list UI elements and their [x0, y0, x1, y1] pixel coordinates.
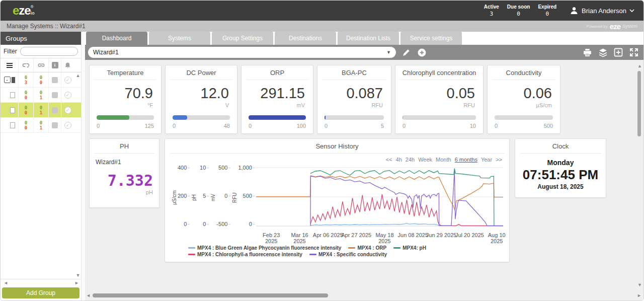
powered-by: Powered by eze System — [587, 22, 637, 31]
status-square[interactable] — [52, 77, 58, 83]
tab-dashboard[interactable]: Dashboard — [86, 32, 147, 45]
ack-cell: ✓ — [61, 103, 74, 117]
y-tick: 0 — [203, 221, 209, 227]
legend-item-mpx4-orp[interactable]: MPX4 : ORP — [348, 245, 386, 251]
print-icon[interactable] — [582, 47, 593, 58]
tree-row[interactable]: -0300✓ — [1, 72, 81, 88]
legend-dash — [348, 247, 355, 249]
range-week[interactable]: Week — [418, 157, 432, 163]
filter-input[interactable] — [20, 47, 78, 56]
bell-icon[interactable] — [61, 58, 74, 72]
check-circle-icon[interactable]: ✓ — [64, 92, 71, 99]
eze-logo: eze®io — [13, 4, 35, 18]
link-counts: 01 — [40, 120, 42, 130]
x-tick: Jun 08 2025 — [398, 232, 429, 238]
tree-vertical-scrollbar[interactable]: ▲ ▼ — [75, 72, 81, 279]
gauge-bar — [249, 115, 306, 120]
edit-dashboard-icon[interactable] — [400, 47, 412, 58]
tree-node-cell: - — [1, 72, 19, 87]
dashboard-select-value: Wizard#1 — [93, 49, 119, 56]
check-circle-icon[interactable]: ✓ — [64, 77, 71, 84]
tree-scroll-down-icon[interactable]: ▼ — [76, 273, 80, 278]
gauge-bar-fill — [173, 115, 187, 120]
expander-icon[interactable]: - — [4, 77, 11, 83]
scroll-left-icon[interactable]: ◄ — [86, 293, 91, 298]
gauge-unit: V — [174, 102, 229, 108]
add-dashboard-icon[interactable] — [416, 47, 427, 58]
legend-item-mpx4-specific-conductivity[interactable]: MPX4 : Specific conductivity — [309, 252, 387, 257]
tab-bar: DashboardSystemsGroup SettingsDestinatio… — [85, 32, 643, 45]
user-menu[interactable]: Brian Anderson — [570, 6, 634, 15]
menu-icon[interactable] — [1, 58, 19, 72]
range-[interactable]: >> — [496, 157, 502, 163]
app-window: eze®io Active3Due soon0Expired0 Brian An… — [0, 0, 644, 301]
legend-dash — [309, 254, 316, 255]
range-[interactable]: << — [386, 157, 392, 163]
fullscreen-icon[interactable] — [628, 47, 639, 58]
gauge-min: 0 — [325, 123, 328, 129]
tree-row[interactable]: 0001✓ — [1, 88, 81, 103]
add-widget-icon[interactable] — [613, 47, 624, 58]
tree-horizontal-scrollbar[interactable]: ◄ ► — [1, 279, 81, 286]
y-axis-rfu: RFU1,0005000 — [231, 165, 256, 231]
gauge-min: 0 — [249, 123, 252, 129]
sidebar-resize-handle[interactable] — [81, 32, 85, 300]
scroll-right-icon[interactable]: ► — [637, 293, 641, 298]
status-square[interactable] — [52, 122, 58, 128]
status-cell — [49, 118, 61, 132]
tab-destinations[interactable]: Destinations — [275, 32, 336, 45]
alarm-counts: 00 — [25, 105, 27, 115]
y-axis-ticks: 5000-500 — [216, 165, 231, 231]
range-24h[interactable]: 24h — [406, 157, 415, 163]
range-6-months[interactable]: 6 months — [455, 157, 477, 163]
tab-destination-lists[interactable]: Destination Lists — [338, 32, 399, 45]
layers-icon[interactable] — [597, 47, 608, 58]
horizontal-scroll-thumb[interactable] — [93, 293, 328, 297]
gauge-value: 12.0 — [174, 85, 229, 102]
tree-scroll-up-icon[interactable]: ▲ — [76, 73, 80, 78]
range-year[interactable]: Year — [481, 157, 492, 163]
range-month[interactable]: Month — [436, 157, 451, 163]
scroll-down-icon[interactable]: ▼ — [637, 283, 642, 287]
gauge-body: 291.15mV — [242, 80, 313, 108]
gauge-card-dc-power: DC Power12.0V048 — [165, 65, 237, 134]
system-icon — [10, 122, 15, 128]
alarm-counts: 00 — [25, 90, 27, 100]
tree-scroll-right-icon[interactable]: ► — [74, 281, 79, 285]
tree-row[interactable]: 0001✓ — [1, 118, 81, 133]
gauge-bar — [97, 115, 154, 120]
check-circle-icon[interactable]: ✓ — [64, 122, 71, 129]
legend-item-mpx4-ph[interactable]: MPX4: pH — [393, 245, 426, 251]
main-vertical-scrollbar[interactable]: ▲ ▼ — [637, 64, 642, 287]
status-square[interactable] — [52, 92, 58, 98]
gauge-max: 10 — [470, 123, 476, 129]
dashboard-select[interactable]: Wizard#1 ▼ — [88, 47, 396, 58]
system-icon — [10, 107, 15, 113]
gauge-max: 48 — [224, 123, 230, 129]
add-group-button[interactable]: Add Group — [2, 287, 79, 298]
tab-group-settings[interactable]: Group Settings — [212, 32, 273, 45]
x-tick: Apr 27 2025 — [341, 232, 371, 238]
alarm-counts: 00 — [25, 120, 27, 130]
link-add-icon[interactable] — [19, 58, 34, 72]
check-circle-icon[interactable]: ✓ — [64, 107, 71, 114]
breadcrumb: Manage Systems :: Wizard#1 — [7, 23, 86, 30]
sensor-history-title: Sensor History — [165, 139, 509, 153]
link-icon[interactable] — [34, 58, 49, 72]
main-horizontal-scrollbar[interactable]: ◄ ► — [86, 293, 635, 298]
tree-row[interactable]: 0001✓ — [1, 103, 81, 118]
gauge-unit: RFU — [404, 102, 475, 108]
scroll-up-icon[interactable]: ▲ — [637, 64, 642, 68]
range-4h[interactable]: 4h — [396, 157, 402, 163]
x-tick: Aug 102025 — [488, 232, 506, 244]
stat-value: 3 — [484, 11, 499, 17]
tree-scroll-left-icon[interactable]: ◄ — [4, 281, 8, 285]
vertical-scroll-thumb[interactable] — [637, 71, 641, 136]
tab-systems[interactable]: Systems — [149, 32, 210, 45]
status-square[interactable] — [52, 107, 58, 113]
legend-item-mpx4-chlorophyll-a-fluorecensce-intensity[interactable]: MPX4 : Chlorophyll-a fluorecensce intens… — [188, 252, 302, 257]
info-icon[interactable]: i — [49, 58, 61, 72]
count-bottom: 0 — [25, 125, 27, 130]
legend-item-mpx4-blue-green-algae-phycocyanin-fluoresence-intensity[interactable]: MPX4 : Blue Green Algae Phycocyanin fluo… — [188, 245, 341, 251]
tab-service-settings[interactable]: Service settings — [400, 32, 462, 45]
